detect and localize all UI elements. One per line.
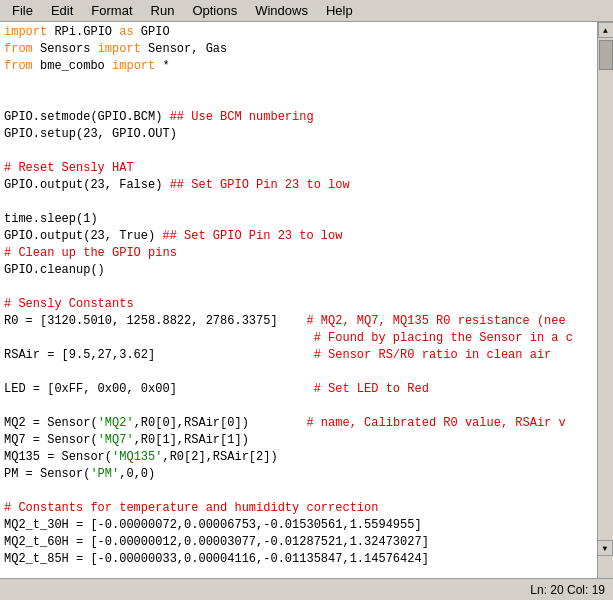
menu-bar: File Edit Format Run Options Windows Hel… [0,0,613,22]
code-line: GPIO.output(23, False) ## Set GPIO Pin 2… [4,177,593,194]
code-line: GPIO.cleanup() [4,262,593,279]
vertical-scrollbar[interactable]: ▲ [597,22,613,578]
menu-options[interactable]: Options [184,1,245,20]
menu-format[interactable]: Format [83,1,140,20]
code-line: PM = Sensor('PM',0,0) [4,466,593,483]
code-line: # Clean up the GPIO pins [4,245,593,262]
menu-edit[interactable]: Edit [43,1,81,20]
code-line: # Constants for temperature and humididt… [4,500,593,517]
code-line: MQ2_t_30H = [-0.00000072,0.00006753,-0.0… [4,517,593,534]
code-line: from bme_combo import * [4,58,593,75]
code-line: MQ2_t_60H = [-0.00000012,0.00003077,-0.0… [4,534,593,551]
code-line: RSAir = [9.5,27,3.62] # Sensor RS/R0 rat… [4,347,593,364]
code-line [4,398,593,415]
code-line: MQ7 = Sensor('MQ7',R0[1],RSAir[1]) [4,432,593,449]
code-editor[interactable]: import RPi.GPIO as GPIO from Sensors imp… [0,22,613,578]
code-line [4,75,593,92]
code-line [4,194,593,211]
menu-windows[interactable]: Windows [247,1,316,20]
code-line: MQ2 = Sensor('MQ2',R0[0],RSAir[0]) # nam… [4,415,593,432]
scrollbar-up-button[interactable]: ▲ [598,22,614,38]
code-line: # Found by placing the Sensor in a c [4,330,593,347]
code-line: import RPi.GPIO as GPIO [4,24,593,41]
code-line: time.sleep(1) [4,211,593,228]
scrollbar-down-button[interactable]: ▼ [597,540,613,556]
code-content[interactable]: import RPi.GPIO as GPIO from Sensors imp… [0,22,597,578]
code-line: GPIO.output(23, True) ## Set GPIO Pin 23… [4,228,593,245]
code-line: # Sensly Constants [4,296,593,313]
status-bar: Ln: 20 Col: 19 [0,578,613,600]
menu-file[interactable]: File [4,1,41,20]
code-line: R0 = [3120.5010, 1258.8822, 2786.3375] #… [4,313,593,330]
code-line [4,364,593,381]
code-line: # Reset Sensly HAT [4,160,593,177]
code-line: GPIO.setmode(GPIO.BCM) ## Use BCM number… [4,109,593,126]
menu-help[interactable]: Help [318,1,361,20]
code-line [4,92,593,109]
code-line: MQ2_t_85H = [-0.00000033,0.00004116,-0.0… [4,551,593,568]
code-line [4,568,593,578]
cursor-position: Ln: 20 Col: 19 [530,583,605,597]
code-line [4,143,593,160]
code-line: MQ135 = Sensor('MQ135',R0[2],RSAir[2]) [4,449,593,466]
scrollbar-thumb[interactable] [599,40,613,70]
code-line: LED = [0xFF, 0x00, 0x00] # Set LED to Re… [4,381,593,398]
code-line [4,279,593,296]
code-line: GPIO.setup(23, GPIO.OUT) [4,126,593,143]
code-line [4,483,593,500]
code-line: from Sensors import Sensor, Gas [4,41,593,58]
menu-run[interactable]: Run [143,1,183,20]
